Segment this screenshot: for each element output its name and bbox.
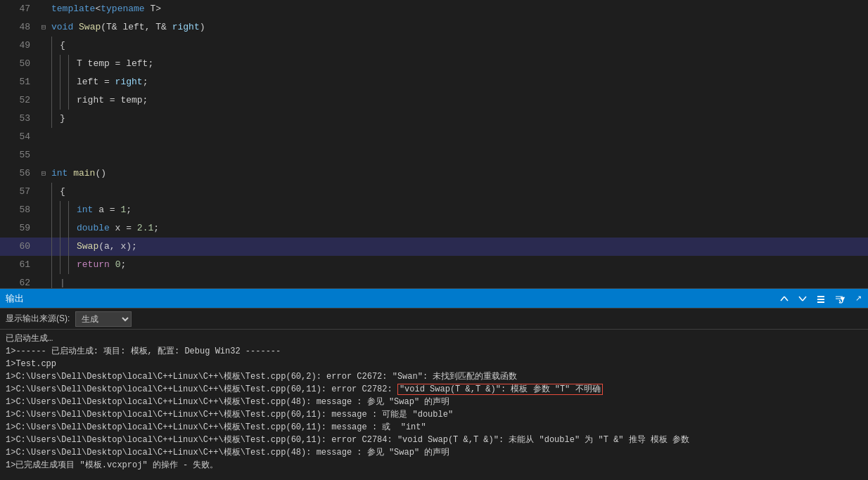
output-line-6: 1>C:\Users\Dell\Desktop\local\C++Linux\C… — [6, 396, 862, 408]
line-number: 50 — [0, 55, 39, 73]
line-number: 53 — [0, 110, 39, 128]
svg-line-1 — [784, 297, 788, 301]
code-content: int a = 1; — [49, 201, 868, 219]
line-number: 55 — [0, 146, 39, 164]
output-line-9: 1>C:\Users\Dell\Desktop\local\C++Linux\C… — [6, 434, 862, 446]
output-header: 输出 ▼ ↗ — [0, 289, 868, 309]
fold-indicator — [39, 201, 49, 219]
code-content: | — [49, 274, 868, 288]
svg-line-0 — [781, 297, 784, 301]
code-content: { — [49, 183, 868, 201]
fold-indicator — [39, 110, 49, 128]
fold-indicator — [39, 73, 49, 91]
panel-float-button[interactable]: ↗ — [851, 292, 865, 306]
clear-button[interactable] — [813, 291, 829, 306]
fold-indicator — [39, 146, 49, 164]
line-number: 61 — [0, 256, 39, 274]
fold-indicator[interactable]: ⊟ — [39, 164, 49, 183]
line-number: 51 — [0, 73, 39, 91]
fold-indicator — [39, 238, 49, 256]
code-content: void Swap(T& left, T& right) — [49, 18, 868, 37]
code-content — [49, 146, 868, 164]
code-line-54: 54 — [0, 128, 868, 146]
code-line-57: 57 { — [0, 183, 868, 201]
code-content — [49, 128, 868, 146]
code-line-49: 49 { — [0, 37, 868, 55]
fold-indicator — [39, 37, 49, 55]
code-line-50: 50 T temp = left; — [0, 55, 868, 73]
line-number: 52 — [0, 91, 39, 110]
line-number: 56 — [0, 164, 39, 183]
code-content: left = right; — [49, 73, 868, 91]
scroll-up-button[interactable] — [777, 291, 792, 306]
code-line-47: 47 template<typename T> — [0, 0, 868, 18]
output-content[interactable]: 已启动生成… 1>------ 已启动生成: 项目: 模板, 配置: Debug… — [0, 330, 868, 476]
code-line-51: 51 left = right; — [0, 73, 868, 91]
line-number: 48 — [0, 18, 39, 37]
scroll-down-button[interactable] — [795, 291, 810, 306]
code-line-55: 55 — [0, 146, 868, 164]
fold-indicator — [39, 91, 49, 110]
code-content: T temp = left; — [49, 55, 868, 73]
output-source-bar: 显示输出来源(S): 生成 — [0, 309, 868, 330]
svg-rect-4 — [817, 296, 824, 297]
output-panel-title: 输出 — [6, 292, 24, 305]
code-line-58: 58 int a = 1; — [0, 201, 868, 219]
svg-line-2 — [799, 297, 803, 301]
source-label: 显示输出来源(S): — [6, 313, 70, 325]
code-content: right = temp; — [49, 91, 868, 110]
line-number: 49 — [0, 37, 39, 55]
code-content: double x = 2.1; — [49, 219, 868, 238]
fold-indicator — [39, 256, 49, 274]
fold-indicator — [39, 274, 49, 288]
line-number: 58 — [0, 201, 39, 219]
output-line-5: 1>C:\Users\Dell\Desktop\local\C++Linux\C… — [6, 383, 862, 396]
line-number: 60 — [0, 238, 39, 256]
code-line-48: 48 ⊟ void Swap(T& left, T& right) — [0, 18, 868, 37]
fold-indicator[interactable]: ⊟ — [39, 18, 49, 37]
fold-indicator — [39, 0, 49, 18]
output-line-11: 1>已完成生成项目 "模板.vcxproj" 的操作 - 失败。 — [6, 459, 862, 472]
line-number: 59 — [0, 219, 39, 238]
output-line-8: 1>C:\Users\Dell\Desktop\local\C++Linux\C… — [6, 421, 862, 434]
svg-line-3 — [803, 297, 806, 301]
output-panel: 输出 ▼ ↗ 显示输出来源(S): 生成 已启动生成… — [0, 288, 868, 476]
error-highlight-box: "void Swap(T &,T &)": 模板 参数 "T" 不明确 — [397, 384, 603, 395]
line-number: 62 — [0, 274, 39, 288]
output-line-2: 1>------ 已启动生成: 项目: 模板, 配置: Debug Win32 … — [6, 345, 862, 358]
fold-indicator — [39, 219, 49, 238]
output-line-7: 1>C:\Users\Dell\Desktop\local\C++Linux\C… — [6, 408, 862, 421]
code-line-62: 62 | — [0, 274, 868, 288]
panel-collapse-button[interactable]: ▼ — [836, 292, 850, 306]
code-content: { — [49, 37, 868, 55]
code-content: int main() — [49, 164, 868, 183]
code-content: } — [49, 110, 868, 128]
fold-indicator — [39, 55, 49, 73]
line-number: 54 — [0, 128, 39, 146]
code-line-60: 60 Swap(a, x); — [0, 238, 868, 256]
code-line-61: 61 return 0; — [0, 256, 868, 274]
panel-controls: ▼ ↗ — [836, 292, 865, 306]
code-line-52: 52 right = temp; — [0, 91, 868, 110]
svg-rect-5 — [817, 299, 824, 300]
code-content: return 0; — [49, 256, 868, 274]
code-editor: 47 template<typename T> 48 ⊟ void Swap(T… — [0, 0, 868, 288]
code-line-53: 53 } — [0, 110, 868, 128]
output-line-1: 已启动生成… — [6, 332, 862, 345]
fold-indicator — [39, 128, 49, 146]
code-line-59: 59 double x = 2.1; — [0, 219, 868, 238]
svg-rect-6 — [817, 301, 824, 303]
line-number: 57 — [0, 183, 39, 201]
fold-indicator — [39, 183, 49, 201]
code-content: template<typename T> — [49, 0, 868, 18]
output-line-4: 1>C:\Users\Dell\Desktop\local\C++Linux\C… — [6, 370, 862, 383]
code-content: Swap(a, x); — [49, 238, 868, 256]
line-number: 47 — [0, 0, 39, 18]
source-select[interactable]: 生成 — [75, 311, 132, 327]
output-line-10: 1>C:\Users\Dell\Desktop\local\C++Linux\C… — [6, 446, 862, 459]
code-line-56: 56 ⊟ int main() — [0, 164, 868, 183]
output-line-3: 1>Test.cpp — [6, 358, 862, 370]
